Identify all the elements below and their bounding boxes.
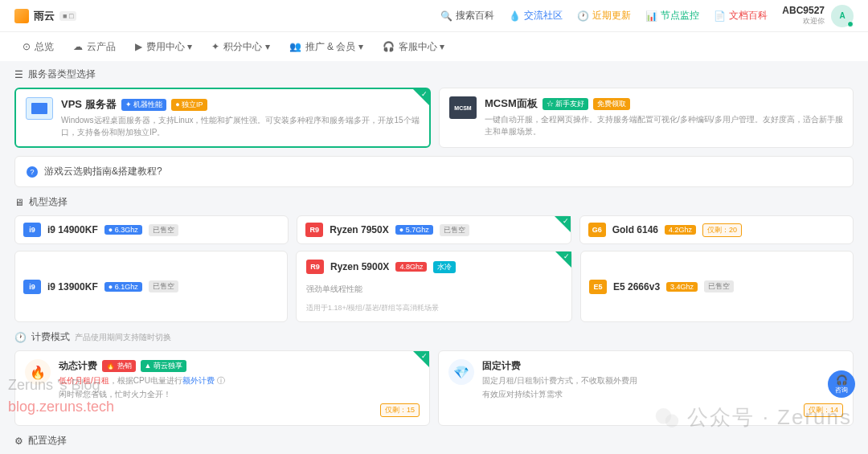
topnav-文档百科[interactable]: 📄文档百科 [714, 9, 768, 22]
nav-icon: 💧 [509, 10, 521, 22]
topnav-交流社区[interactable]: 💧交流社区 [509, 9, 563, 22]
server-card-VPS 服务器[interactable]: VPS 服务器 ✦ 机器性能 ● 独立IPWindows远程桌面服务器，支持Li… [14, 88, 431, 148]
cpu-chip-icon: i9 [23, 280, 41, 294]
user-welcome: 欢迎你 [782, 16, 825, 27]
subnav-客服中心 ▾[interactable]: 🎧客服中心 ▾ [383, 40, 444, 54]
brand-logo-icon [14, 9, 29, 23]
cpu-chip-icon: E5 [589, 280, 607, 294]
subnav-积分中心 ▾[interactable]: ✦积分中心 ▾ [211, 40, 269, 54]
subnav-icon: ☁ [73, 41, 83, 52]
user-avatar[interactable]: A [831, 5, 854, 27]
user-name: ABC9527 [782, 5, 825, 16]
cpu-chip-icon: i9 [23, 223, 41, 237]
cpu-Gold 6146[interactable]: G6Gold 61464.2Ghz 仅剩：20 [579, 215, 854, 244]
section-billing: 🕐 计费模式 产品使用期间支持随时切换 [14, 330, 854, 344]
nav-icon: 📊 [645, 10, 657, 22]
mcsm-icon: MCSM [449, 96, 477, 119]
server-icon [26, 97, 53, 120]
subnav-推广 & 会员 ▾[interactable]: 👥推广 & 会员 ▾ [289, 40, 363, 54]
billing-动态计费[interactable]: 🔥动态计费 🔥 热销 ▲ 萌云独享低价月租/日租，根据CPU电量进行额外计费 ⓘ… [14, 350, 430, 426]
cpu-Ryzen 7950X[interactable]: R9Ryzen 7950X● 5.7Ghz 已售空 [297, 215, 571, 244]
subnav-费用中心 ▾[interactable]: ▶费用中心 ▾ [135, 40, 192, 54]
subnav-icon: ✦ [211, 41, 219, 52]
nav-icon: 🕐 [577, 10, 589, 22]
server-card-MCSM面板[interactable]: MCSMMCSM面板 ☆ 新手友好 免费领取一键自动开服，全程网页操作。支持服务… [439, 88, 854, 148]
topnav-近期更新[interactable]: 🕐近期更新 [577, 9, 631, 22]
topnav-节点监控[interactable]: 📊节点监控 [645, 9, 699, 22]
subnav-总览[interactable]: ⊙总览 [23, 40, 54, 54]
nav-icon: 🔍 [440, 10, 452, 22]
float-help-button[interactable]: 🎧咨询 [828, 370, 855, 398]
billing-icon: 🔥 [25, 359, 51, 385]
cpu-chip-icon: G6 [588, 223, 606, 237]
faq-link[interactable]: ? 游戏云选购指南&搭建教程? [14, 156, 854, 187]
topnav-搜索百科[interactable]: 🔍搜索百科 [440, 9, 494, 22]
brand-name: 雨云 [34, 9, 55, 23]
cpu-Ryzen 5900X[interactable]: R9Ryzen 5900X4.8Ghz 水冷强劲单线程性能适用于1.18+/模组… [296, 251, 572, 322]
cpu-chip-icon: R9 [305, 223, 323, 237]
section-server-type: ☰ 服务器类型选择 [14, 67, 854, 81]
brand-badge: ■ □ [59, 11, 76, 21]
cpu-chip-icon: R9 [306, 260, 324, 274]
subnav-icon: 🎧 [383, 41, 395, 52]
subnav-icon: ⊙ [23, 41, 31, 52]
subnav-云产品[interactable]: ☁云产品 [73, 40, 116, 54]
question-icon: ? [27, 166, 38, 178]
cpu-E5 2666v3[interactable]: E5E5 2666v33.4Ghz 已售空 [580, 251, 854, 322]
billing-固定计费[interactable]: 💎固定计费 固定月租/日租制计费方式，不收取额外费用有效应对持续计算需求仅剩：1… [438, 350, 854, 426]
cpu-i9 14900KF[interactable]: i9i9 14900KF● 6.3Ghz 已售空 [14, 215, 289, 244]
section-config: ⚙ 配置选择 [14, 434, 854, 448]
subnav-icon: 👥 [289, 41, 301, 52]
billing-icon: 💎 [448, 359, 474, 385]
subnav-icon: ▶ [135, 41, 142, 52]
cpu-i9 13900KF[interactable]: i9i9 13900KF● 6.1Ghz 已售空 [14, 251, 288, 322]
section-model: 🖥 机型选择 [14, 195, 854, 209]
nav-icon: 📄 [714, 10, 726, 22]
